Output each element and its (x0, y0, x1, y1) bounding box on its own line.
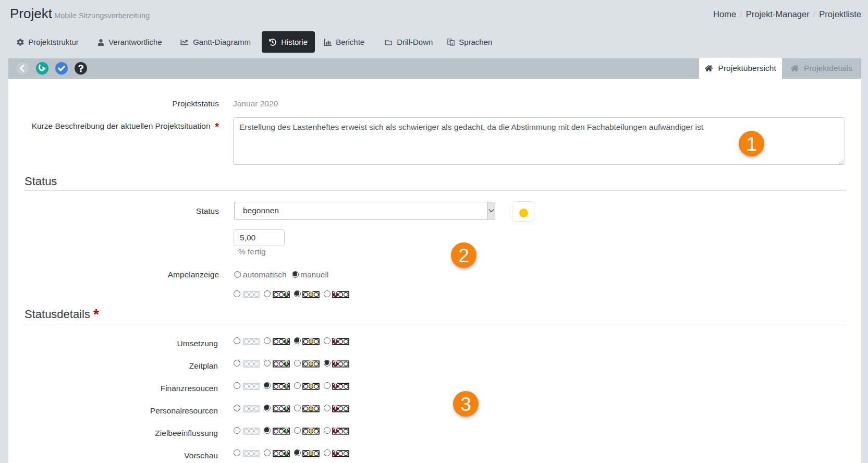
svg-text:a: a (451, 42, 453, 45)
